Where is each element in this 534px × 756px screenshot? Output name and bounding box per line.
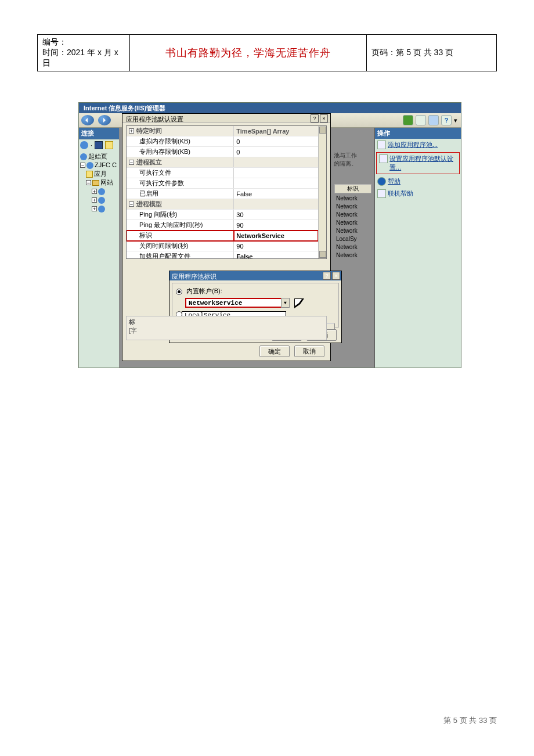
dialog-apppool-defaults: 应用程序池默认设置 ? × +特定时间TimeSpan[] Array 虚拟内存… [122,113,331,361]
screenshot-iis-manager: Internet 信息服务(IIS)管理器 ▾ 连接 · 起始页 −ZJFC C… [78,102,461,368]
idcol-v: Network [334,203,371,211]
idcol-v: LocalSy [334,235,371,243]
dlg1-titlebar: 应用程序池默认设置 ? × [122,114,330,123]
tree-node-start[interactable]: 起始页 [80,152,118,161]
connections-tree: 连接 · 起始页 −ZJFC C 应月 −网站 + + + [79,128,120,368]
combo-value: NetworkService [189,300,242,307]
dlg2-title-text: 应用程序池标识 [172,273,217,280]
content-peek: 池与工作 的隔离。 [334,152,369,168]
tree-sep: · [91,142,92,149]
idcol-v: Network [334,195,371,203]
folder-icon [92,180,99,186]
property-grid[interactable]: +特定时间TimeSpan[] Array 虚拟内存限制(KB)0 专用内存限制… [126,125,327,259]
expand-icon[interactable]: + [129,128,134,134]
dlg1-close-button[interactable]: × [320,114,328,123]
dlg1-title-text: 应用程序池默认设置 [126,116,183,123]
dlg1-cancel-button[interactable]: 取消 [294,345,324,357]
header-motto-cell: 书山有路勤为径，学海无涯苦作舟 [129,35,366,71]
tree-page-icon[interactable] [105,141,113,149]
header-motto: 书山有路勤为径，学海无涯苦作舟 [165,47,331,59]
chevron-down-icon[interactable]: ▼ [281,298,290,308]
globe-icon [98,197,105,204]
doc-header-table: 编号： 时间：2021 年 x 月 x 日 书山有路勤为径，学海无涯苦作舟 页码… [37,34,497,71]
idcol-v: Network [334,219,371,227]
pg-scrollbar[interactable] [318,126,326,258]
nav-help-icon[interactable] [441,115,452,125]
collapse-icon[interactable]: − [80,163,85,168]
tree-connect-icon[interactable] [80,141,88,149]
radio-builtin-label: 内置帐户(B): [186,287,222,294]
header-id: 编号： [42,37,125,48]
combo-identity[interactable]: NetworkService ▼ [185,298,290,308]
tree-save-icon[interactable] [95,141,103,149]
idcol-v: Network [334,243,371,251]
expand-icon[interactable]: + [92,197,97,203]
nav-forward-icon[interactable] [98,115,111,125]
pg-description: 标 [字 [126,316,327,340]
desc-title listopada: 标 [129,318,135,325]
idcol-v: Network [334,227,371,235]
action-online-help[interactable]: 联机帮助 [375,188,461,200]
window-title: Internet 信息服务(IIS)管理器 [79,103,461,113]
tree-node-apppools[interactable]: 应月 [80,170,118,178]
header-page: 页码：第 5 页 共 33 页 [371,48,453,57]
header-left: 编号： 时间：2021 年 x 月 x 日 [38,35,130,71]
apppool-icon [86,171,93,178]
server-icon [86,162,93,169]
dlg2-close-button[interactable]: × [332,272,340,280]
grid-identity-column: 标识 Network Network Network Network Netwo… [334,184,371,260]
action-help[interactable]: 帮助 [375,175,461,188]
collapse-icon[interactable]: − [86,180,91,185]
actions-panel: 操作 添加应用程序池... 设置应用程序池默认设置... 帮助 联机帮助 [375,128,461,368]
nav-back-icon[interactable] [81,115,94,125]
globe-icon [80,153,87,160]
dlg2-help-button[interactable]: ? [323,272,331,280]
tree-node-site1[interactable]: + [80,187,118,196]
action-add-apppool[interactable]: 添加应用程序池... [375,139,461,151]
actions-head: 操作 [375,128,461,139]
dlg1-ok-button[interactable]: 确定 [259,345,290,357]
tree-node-sites[interactable]: −网站 [80,178,118,187]
radio-on-icon[interactable] [176,289,182,295]
tree-head: 连接 [79,128,119,139]
header-time: 时间：2021 年 x 月 x 日 [42,48,125,69]
globe-icon [98,188,105,195]
dlg2-titlebar: 应用程序池标识 ? × [169,271,341,280]
radio-builtin[interactable]: 内置帐户(B): [176,287,335,296]
globe-icon [98,206,105,213]
expand-icon[interactable]: + [92,189,97,194]
scroll-down-icon[interactable] [319,251,326,258]
tree-node-server[interactable]: −ZJFC C [80,161,118,170]
expand-icon[interactable]: + [92,206,97,211]
pg-row-identity[interactable]: 标识NetworkService [127,231,318,241]
tree-node-site2[interactable]: + [80,196,118,204]
nav-refresh-icon[interactable] [403,115,413,125]
desc-body: [字 [129,327,137,334]
collapse-icon[interactable]: − [129,160,134,165]
header-page-cell: 页码：第 5 页 共 33 页 [367,35,497,71]
action-set-defaults[interactable]: 设置应用程序池默认设置... [376,152,460,174]
tree-node-site3[interactable]: + [80,204,118,213]
idcol-v: Network [334,251,371,260]
tree-toolbar: · [79,139,119,151]
dlg1-help-button[interactable]: ? [311,114,319,123]
idcol-head[interactable]: 标识 [334,184,371,193]
nav-dropdown-icon[interactable]: ▾ [454,117,457,124]
scroll-up-icon[interactable] [319,127,326,134]
collapse-icon[interactable]: − [129,201,134,207]
nav-stop-icon[interactable] [416,115,426,125]
nav-home-icon[interactable] [428,115,439,125]
cursor-icon [294,298,302,309]
page-footer: 第 5 页 共 33 页 [443,715,497,726]
dlg1-buttons: 确定 取消 [259,345,324,357]
idcol-v: Network [334,211,371,219]
